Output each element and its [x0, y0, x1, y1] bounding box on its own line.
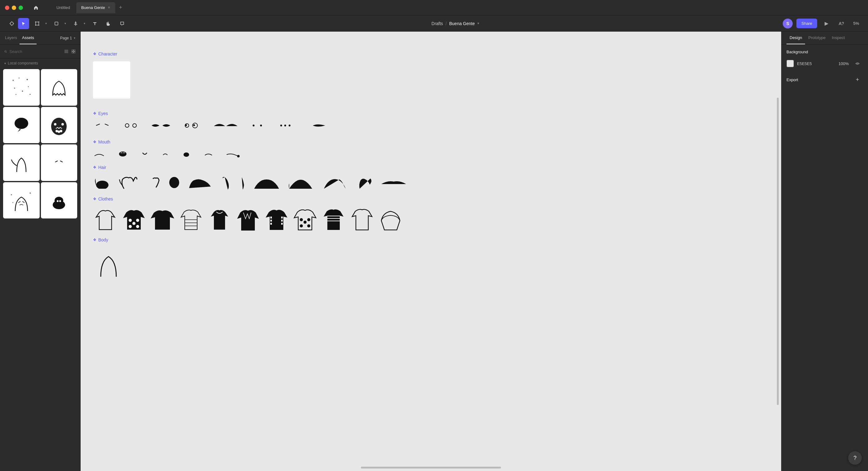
vertical-scrollbar[interactable] [777, 98, 779, 405]
mouth-item-5[interactable] [181, 150, 192, 158]
hair-item-7[interactable] [237, 176, 246, 190]
shape-tool[interactable] [51, 18, 62, 29]
scope-tool[interactable] [6, 18, 18, 29]
hair-item-6[interactable] [219, 176, 231, 190]
maximize-button[interactable] [19, 6, 23, 10]
visibility-toggle-button[interactable] [852, 58, 863, 69]
avatar: S [783, 19, 793, 29]
clothes-item-4[interactable] [179, 207, 204, 230]
mouth-item-7[interactable] [225, 150, 241, 158]
clothes-item-1[interactable] [93, 207, 118, 231]
comment-tool[interactable] [117, 18, 128, 29]
add-export-button[interactable]: + [852, 74, 863, 85]
help-button[interactable]: ? [848, 451, 862, 465]
hand-tool[interactable] [103, 18, 114, 29]
breadcrumb-drafts[interactable]: Drafts [432, 21, 443, 26]
eyes-item-5[interactable] [213, 121, 238, 130]
hair-item-12[interactable] [380, 178, 408, 187]
close-button[interactable] [5, 6, 9, 10]
component-thumb-8[interactable] [41, 182, 78, 219]
svg-point-0 [10, 22, 13, 25]
tab-design[interactable]: Design [786, 32, 805, 44]
clothes-item-7[interactable] [264, 207, 289, 231]
page-dropdown-icon[interactable]: ▾ [74, 36, 75, 40]
character-placeholder[interactable] [93, 61, 130, 98]
component-thumb-6[interactable] [41, 145, 78, 181]
background-opacity-value[interactable]: 100% [839, 61, 849, 66]
component-thumb-2[interactable] [41, 69, 78, 106]
component-thumb-1[interactable]: ✦✦ ✦✦ ✦✦ ✦✦ [3, 69, 40, 106]
mouth-item-3[interactable] [140, 150, 149, 158]
svg-point-66 [184, 153, 189, 157]
eyes-item-4[interactable] [182, 121, 204, 130]
clothes-item-9[interactable] [321, 207, 346, 231]
tab-close-icon[interactable]: ✕ [107, 6, 111, 10]
clothes-item-10[interactable] [350, 207, 374, 231]
hair-item-10[interactable] [321, 175, 349, 190]
mouth-item-6[interactable] [203, 150, 214, 158]
shape-tool-dropdown[interactable]: ▾ [63, 18, 68, 29]
tab-untitled[interactable]: Untitled [52, 2, 75, 13]
tab-prototype[interactable]: Prototype [805, 32, 829, 44]
svg-point-57 [185, 124, 187, 126]
text-tool[interactable] [89, 18, 100, 29]
component-thumb-5[interactable] [3, 145, 40, 181]
minimize-button[interactable] [12, 6, 16, 10]
eyes-item-7[interactable] [277, 122, 298, 129]
clothes-item-5[interactable] [207, 207, 232, 230]
horizontal-scrollbar[interactable] [361, 467, 501, 469]
home-button[interactable] [30, 2, 41, 13]
search-input[interactable] [9, 49, 61, 54]
canvas-area[interactable]: ❖ Character ❖ Eyes [81, 32, 781, 471]
tab-assets[interactable]: Assets [20, 32, 37, 44]
component-thumb-4[interactable] [41, 107, 78, 144]
left-panel: Layers Assets Page 1 ▾ ▾ Local c [0, 32, 81, 471]
hair-item-11[interactable] [355, 175, 374, 190]
select-tool[interactable] [18, 18, 29, 29]
tab-inspect[interactable]: Inspect [829, 32, 848, 44]
clothes-item-11[interactable] [378, 207, 403, 231]
hair-item-5[interactable] [188, 176, 212, 190]
hair-item-9[interactable] [287, 175, 315, 190]
share-button[interactable]: Share [796, 19, 817, 28]
pen-tool-dropdown[interactable]: ▾ [82, 18, 87, 29]
aa-button[interactable]: A? [836, 18, 847, 29]
zoom-level[interactable]: 5% [850, 18, 862, 29]
body-item-1[interactable] [93, 247, 124, 278]
hair-item-3[interactable] [144, 176, 161, 190]
clothes-item-2[interactable] [122, 207, 146, 231]
tab-layers[interactable]: Layers [2, 32, 20, 44]
frame-tool[interactable] [32, 18, 43, 29]
play-button[interactable]: ▶ [821, 18, 832, 29]
mouth-item-2[interactable] [117, 149, 129, 159]
svg-point-63 [284, 125, 286, 126]
pen-tool[interactable] [70, 18, 81, 29]
hair-item-4[interactable] [167, 176, 181, 190]
clothes-item-3[interactable] [150, 207, 175, 230]
frame-tool-dropdown[interactable]: ▾ [43, 18, 49, 29]
hair-item-8[interactable] [253, 175, 281, 190]
page-selector[interactable]: Page 1 [60, 36, 72, 40]
clothes-item-6[interactable] [236, 207, 260, 231]
component-thumb-3[interactable] [3, 107, 40, 144]
component-thumb-7[interactable]: ✦✦ ✦ [3, 182, 40, 219]
eyes-item-6[interactable] [248, 122, 267, 129]
eyes-item-1[interactable] [93, 121, 112, 130]
mouth-item-1[interactable] [93, 150, 105, 158]
clothes-item-8[interactable] [292, 207, 317, 231]
hair-item-2[interactable] [118, 175, 138, 190]
hair-item-1[interactable] [93, 176, 112, 189]
mouth-item-4[interactable] [161, 150, 170, 158]
new-tab-button[interactable]: + [117, 4, 125, 11]
eyes-item-2[interactable] [122, 121, 140, 130]
tab-buena-gente[interactable]: Buena Gente ✕ [76, 2, 115, 13]
book-view-button[interactable] [71, 48, 76, 55]
background-color-swatch[interactable] [786, 60, 794, 67]
svg-line-52 [96, 124, 100, 125]
eyes-item-3[interactable] [150, 122, 172, 129]
eyes-item-8[interactable] [308, 122, 330, 129]
background-color-value[interactable]: E5E5E5 [797, 61, 835, 66]
list-view-button[interactable] [64, 48, 68, 55]
local-components-header[interactable]: ▾ Local components [0, 59, 80, 67]
breadcrumb-dropdown-icon[interactable]: ▾ [477, 21, 479, 25]
